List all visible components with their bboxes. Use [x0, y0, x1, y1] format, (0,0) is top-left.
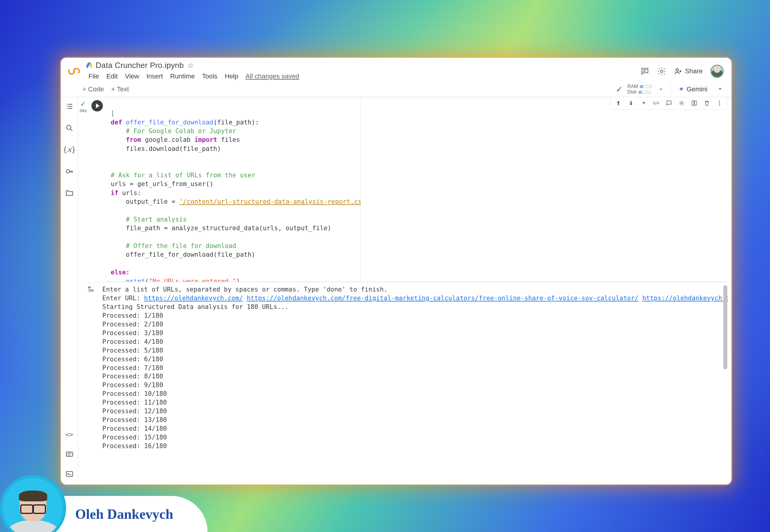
output-area: Enter a list of URLs, separated by space… — [85, 282, 728, 485]
comments-icon[interactable] — [640, 67, 649, 76]
svg-point-1 — [73, 67, 80, 75]
svg-point-12 — [719, 102, 720, 104]
document-title[interactable]: Data Cruncher Pro.ipynb — [96, 61, 184, 70]
save-status: All changes saved — [242, 71, 302, 81]
output-toggle-icon[interactable] — [87, 285, 96, 294]
menu-insert[interactable]: Insert — [143, 71, 166, 81]
cell-settings-icon[interactable] — [678, 99, 686, 107]
menu-view[interactable]: View — [122, 71, 142, 81]
collapse-icon[interactable] — [713, 84, 727, 95]
add-text-button[interactable]: + Text — [111, 85, 129, 93]
cell-toolbar: ✦ — [610, 97, 728, 110]
svg-rect-10 — [695, 101, 696, 105]
secrets-icon[interactable] — [64, 166, 75, 176]
toolbar: + Code + Text ✓ RAM Disk ✦Gemini — [61, 82, 732, 97]
divider — [670, 84, 671, 95]
svg-rect-7 — [66, 472, 72, 476]
svg-point-13 — [719, 104, 720, 105]
command-palette-icon[interactable] — [64, 449, 75, 459]
mirror-icon[interactable] — [690, 99, 698, 107]
account-avatar[interactable] — [710, 65, 724, 78]
output-text: Enter a list of URLs, separated by space… — [88, 285, 726, 451]
left-rail: {x} <> — [61, 97, 78, 485]
menu-tools[interactable]: Tools — [199, 71, 220, 81]
comment-icon[interactable] — [665, 99, 673, 107]
code-right-pane — [361, 97, 732, 282]
star-icon[interactable]: ☆ — [187, 61, 194, 70]
svg-point-8 — [681, 102, 683, 104]
more-icon[interactable] — [716, 99, 723, 107]
output-url-2[interactable]: https://olehdankevych.com/free-digital-m… — [247, 295, 638, 302]
check-icon: ✓ — [80, 100, 86, 108]
drive-icon — [85, 62, 93, 69]
svg-point-2 — [661, 70, 663, 72]
menu-bar: File Edit View Insert Runtime Tools Help… — [85, 70, 636, 81]
sparkle-icon[interactable]: ✦ — [640, 99, 648, 107]
search-icon[interactable] — [64, 123, 75, 133]
share-button[interactable]: Share — [674, 67, 703, 75]
cell-time: 34s — [79, 108, 87, 113]
cell-area: ✓ 34s ✦ def off — [78, 97, 732, 485]
runtime-dropdown[interactable] — [655, 85, 666, 93]
menu-file[interactable]: File — [85, 71, 102, 81]
move-down-icon[interactable] — [627, 99, 635, 107]
share-label: Share — [685, 67, 703, 75]
notebook: ✓ 34s ✦ def off — [78, 97, 732, 485]
run-cell-button[interactable] — [91, 100, 103, 112]
add-code-button[interactable]: + Code — [82, 85, 104, 93]
cell-status: ✓ 34s — [79, 100, 87, 113]
header: Data Cruncher Pro.ipynb ☆ File Edit View… — [61, 58, 732, 82]
code-cell[interactable]: def offer_file_for_download(file_path): … — [105, 97, 732, 282]
menu-runtime[interactable]: Runtime — [167, 71, 198, 81]
link-icon[interactable] — [652, 99, 660, 107]
svg-rect-9 — [692, 101, 694, 105]
svg-point-5 — [66, 170, 69, 173]
code-snippets-icon[interactable]: <> — [64, 429, 75, 439]
move-up-icon[interactable] — [615, 99, 622, 107]
colab-window: Data Cruncher Pro.ipynb ☆ File Edit View… — [61, 58, 732, 485]
resources-indicator[interactable]: RAM Disk — [627, 84, 652, 95]
scrollbar[interactable] — [723, 285, 727, 369]
svg-rect-6 — [66, 452, 72, 456]
menu-edit[interactable]: Edit — [103, 71, 121, 81]
svg-point-4 — [66, 125, 71, 129]
terminal-icon[interactable] — [64, 469, 75, 479]
gemini-button[interactable]: ✦Gemini — [675, 84, 711, 94]
colab-logo[interactable] — [67, 64, 81, 78]
body: {x} <> ✓ 34s — [61, 97, 732, 485]
menu-help[interactable]: Help — [222, 71, 241, 81]
output-url-3[interactable]: https://olehdankevych.com/case-studies/m… — [642, 295, 728, 302]
svg-point-11 — [719, 101, 720, 102]
toc-icon[interactable] — [64, 101, 75, 112]
svg-point-3 — [676, 69, 679, 71]
settings-icon[interactable] — [657, 67, 666, 76]
variables-icon[interactable]: {x} — [64, 145, 75, 155]
output-url-1[interactable]: https://olehdankevych.com/ — [144, 295, 243, 302]
code-editor: def offer_file_for_download(file_path): … — [105, 97, 361, 282]
runtime-status-icon: ✓ — [613, 84, 625, 94]
delete-icon[interactable] — [703, 99, 711, 107]
files-icon[interactable] — [64, 188, 75, 198]
